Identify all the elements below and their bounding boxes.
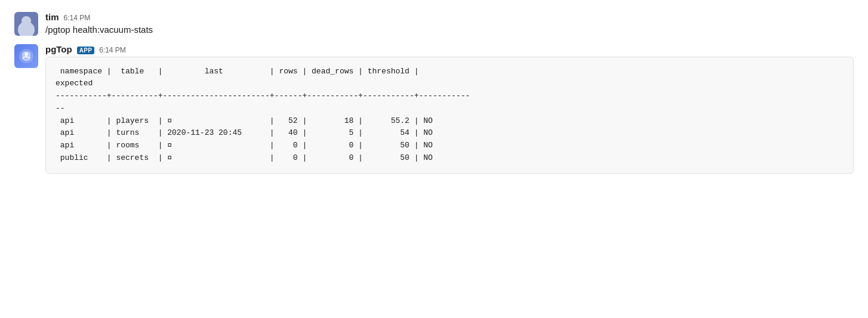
- user-username: tim: [45, 12, 59, 22]
- bot-message-header: pgTop APP 6:14 PM: [45, 44, 854, 54]
- user-message-row: tim 6:14 PM /pgtop health:vacuum-stats: [14, 12, 854, 37]
- pgtop-icon: [18, 48, 35, 64]
- pgtop-avatar: [14, 44, 38, 68]
- app-badge: APP: [77, 47, 94, 54]
- svg-point-1: [24, 53, 28, 56]
- bot-message-content: pgTop APP 6:14 PM namespace | table | la…: [45, 44, 854, 174]
- user-timestamp: 6:14 PM: [64, 14, 91, 22]
- user-avatar: [14, 12, 38, 36]
- bot-timestamp: 6:14 PM: [99, 46, 126, 54]
- user-message-content: tim 6:14 PM /pgtop health:vacuum-stats: [45, 12, 854, 37]
- user-message-text: /pgtop health:vacuum-stats: [45, 23, 854, 37]
- user-message-header: tim 6:14 PM: [45, 12, 854, 22]
- bot-message-row: pgTop APP 6:14 PM namespace | table | la…: [14, 44, 854, 174]
- message-group: tim 6:14 PM /pgtop health:vacuum-stats p…: [14, 12, 854, 174]
- code-block: namespace | table | last | rows | dead_r…: [45, 57, 854, 174]
- bot-username: pgTop: [45, 44, 72, 54]
